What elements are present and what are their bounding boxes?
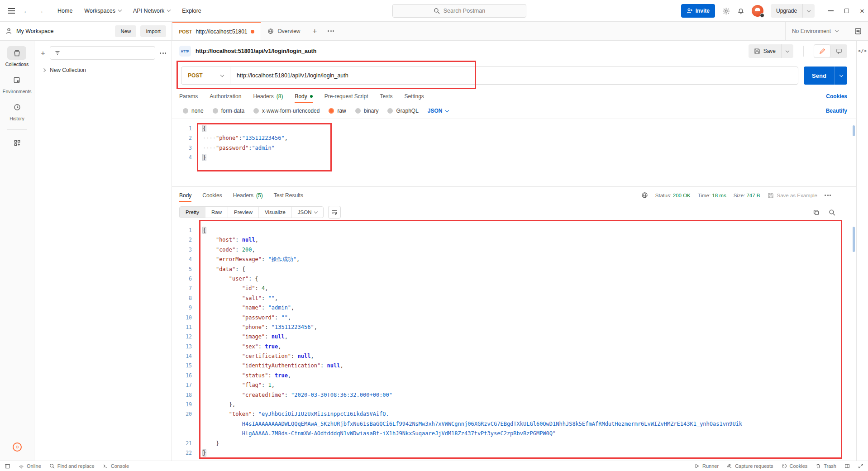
line-number: 21 (172, 439, 192, 448)
comments-button[interactable] (830, 44, 847, 58)
hamburger-menu-icon[interactable] (8, 10, 15, 11)
global-search[interactable]: Search Postman (392, 4, 526, 18)
tab-body[interactable]: Body (295, 90, 312, 103)
tab-params[interactable]: Params (179, 90, 198, 103)
minimize-icon[interactable] (828, 10, 834, 11)
view-raw[interactable]: Raw (205, 207, 228, 218)
request-tab-active[interactable]: POST http://localhost:51801 (172, 22, 261, 40)
body-type-form-data[interactable]: form-data (213, 108, 244, 114)
tab-authorization[interactable]: Authorization (210, 90, 241, 103)
find-and-replace-button[interactable]: Find and replace (49, 463, 95, 469)
view-preview[interactable]: Preview (228, 207, 259, 218)
capture-requests-button[interactable]: Capture requests (727, 463, 773, 469)
body-type-graphql[interactable]: GraphQL (387, 108, 418, 114)
avatar[interactable] (752, 5, 763, 17)
console-button[interactable]: Console (103, 463, 129, 469)
nav-workspaces[interactable]: Workspaces (84, 8, 121, 14)
two-pane-button[interactable] (844, 463, 850, 469)
overview-tab[interactable]: Overview (261, 22, 307, 40)
response-options-icon[interactable] (825, 195, 831, 196)
body-type-x-www-form-urlencoded[interactable]: x-www-form-urlencoded (253, 108, 320, 114)
sidebar-item-label: Collections (5, 62, 29, 67)
send-button-group: Send (804, 67, 847, 85)
environment-quick-look-icon[interactable] (854, 28, 862, 35)
scrollbar-thumb[interactable] (853, 227, 855, 252)
raw-language-dropdown[interactable]: JSON (428, 108, 448, 114)
cookies-link[interactable]: Cookies (826, 93, 847, 100)
send-button[interactable]: Send (804, 67, 835, 85)
copy-icon[interactable] (813, 209, 820, 216)
response-body-editor[interactable]: 1{2 "host": null,3 "code": 200,4 "errorM… (172, 221, 856, 461)
online-status[interactable]: Online (19, 463, 41, 469)
tab-headers[interactable]: Headers(8) (253, 90, 283, 103)
url-input[interactable]: http://localhost:51801/api/v1/login/logi… (230, 67, 798, 84)
response-tab-headers[interactable]: Headers(5) (233, 187, 263, 204)
code-line: 22} (172, 448, 856, 458)
code-line: 3····"password":"admin" (172, 143, 856, 153)
body-type-none[interactable]: none (183, 108, 204, 114)
send-dropdown[interactable] (835, 67, 847, 85)
tab-pre-request-script[interactable]: Pre-request Script (324, 90, 368, 103)
add-collection-icon[interactable]: + (41, 49, 45, 57)
code-snippet-icon[interactable]: </> (858, 48, 867, 461)
cookies-button[interactable]: Cookies (782, 463, 808, 469)
edit-docs-button[interactable] (814, 44, 830, 58)
response-tab-test-results[interactable]: Test Results (274, 187, 303, 204)
nav-api-network[interactable]: API Network (133, 8, 170, 14)
workspace-title[interactable]: My Workspace (16, 28, 111, 34)
new-button[interactable]: New (115, 25, 136, 37)
new-tab-button[interactable]: + (307, 22, 323, 40)
body-type-raw[interactable]: raw (329, 108, 346, 114)
agent-status-icon[interactable] (13, 442, 22, 452)
import-button[interactable]: Import (140, 25, 166, 37)
sidebar-item-more-modules[interactable] (8, 136, 27, 150)
tab-label: Body (295, 93, 307, 100)
line-number: 5 (172, 265, 192, 274)
wrap-text-button[interactable] (328, 206, 341, 219)
globe-icon (641, 192, 648, 199)
view-visualize[interactable]: Visualize (259, 207, 292, 218)
nav-explore[interactable]: Explore (182, 8, 201, 14)
toggle-sidebar-button[interactable] (5, 463, 10, 469)
body-type-binary[interactable]: binary (355, 108, 379, 114)
bell-icon[interactable] (737, 7, 744, 14)
save-button[interactable]: Save (749, 48, 781, 54)
capture-requests-label: Capture requests (735, 463, 773, 469)
search-response-icon[interactable] (829, 209, 835, 216)
tab-options-icon[interactable] (322, 22, 339, 40)
scrollbar-thumb[interactable] (853, 125, 855, 136)
back-arrow-icon[interactable]: ← (19, 5, 33, 16)
trash-button[interactable]: Trash (816, 463, 836, 469)
avatar-badge (760, 13, 764, 18)
save-as-example-button[interactable]: Save as Example (768, 192, 818, 199)
collections-filter-input[interactable] (50, 46, 155, 60)
response-tab-cookies[interactable]: Cookies (202, 187, 222, 204)
request-body-editor[interactable]: 1{2····"phone":"13511223456",3····"passw… (172, 119, 856, 186)
forward-arrow-icon[interactable]: → (33, 5, 48, 16)
collection-item-new-collection[interactable]: New Collection (34, 63, 172, 77)
gear-icon[interactable] (722, 7, 730, 15)
sidebar: Collections Environments History + (0, 41, 172, 461)
nav-home[interactable]: Home (57, 8, 72, 14)
runner-button[interactable]: Runner (694, 463, 719, 469)
environment-selector[interactable]: No Environment (785, 22, 868, 40)
sidebar-item-collections[interactable]: Collections (5, 46, 29, 67)
expand-button[interactable] (858, 463, 863, 469)
invite-button[interactable]: Invite (681, 4, 715, 18)
view-pretty[interactable]: Pretty (180, 207, 205, 218)
tab-settings[interactable]: Settings (405, 90, 424, 103)
save-floppy-icon (768, 192, 774, 199)
upgrade-button[interactable]: Upgrade (771, 4, 815, 18)
sidebar-item-history[interactable]: History (8, 100, 27, 121)
method-selector[interactable]: POST (181, 67, 230, 84)
upgrade-dropdown[interactable] (802, 4, 815, 18)
response-tab-body[interactable]: Body (179, 187, 191, 204)
close-icon[interactable]: × (860, 7, 864, 15)
beautify-link[interactable]: Beautify (826, 108, 847, 114)
response-language-dropdown[interactable]: JSON (292, 207, 324, 218)
collections-options-icon[interactable] (160, 52, 166, 54)
save-dropdown[interactable] (781, 44, 793, 58)
maximize-icon[interactable] (844, 9, 849, 13)
sidebar-item-environments[interactable]: Environments (2, 73, 31, 94)
tab-tests[interactable]: Tests (380, 90, 392, 103)
